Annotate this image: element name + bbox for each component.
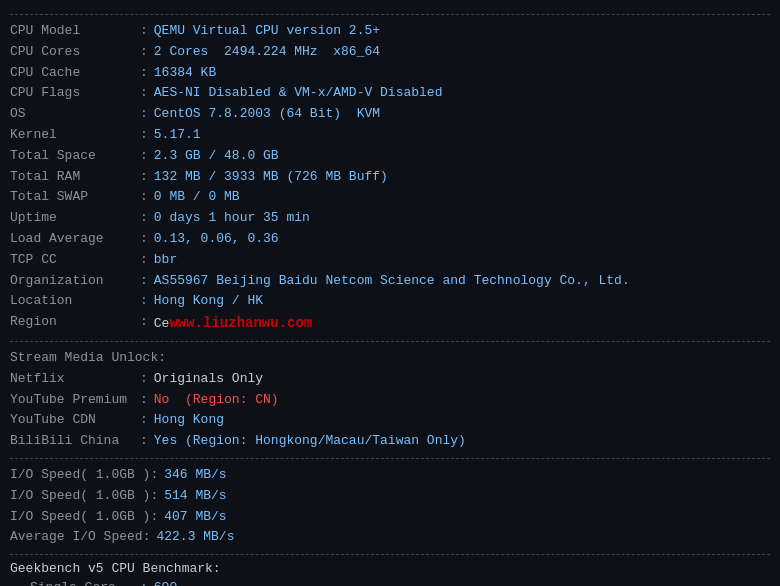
value-cpu-model: QEMU Virtual CPU version 2.5+ (154, 21, 380, 42)
table-row: BiliBili China : Yes (Region: Hongkong/M… (10, 431, 770, 452)
io-section: I/O Speed( 1.0GB ) : 346 MB/s I/O Speed(… (10, 465, 770, 548)
label-kernel: Kernel (10, 125, 140, 146)
table-row: Total RAM : 132 MB / 3933 MB (726 MB Buf… (10, 167, 770, 188)
table-row: TCP CC : bbr (10, 250, 770, 271)
label-io-2: I/O Speed( 1.0GB ) (10, 486, 150, 507)
label-organization: Organization (10, 271, 140, 292)
label-load-average: Load Average (10, 229, 140, 250)
table-row: I/O Speed( 1.0GB ) : 346 MB/s (10, 465, 770, 486)
table-row: Average I/O Speed : 422.3 MB/s (10, 527, 770, 548)
value-io-2: 514 MB/s (164, 486, 226, 507)
value-kernel: 5.17.1 (154, 125, 201, 146)
value-bilibili: Yes (Region: Hongkong/Macau/Taiwan Only) (154, 431, 466, 452)
table-row: YouTube CDN : Hong Kong (10, 410, 770, 431)
label-bilibili: BiliBili China (10, 431, 140, 452)
value-netflix: Originals Only (154, 369, 263, 390)
label-avg-io: Average I/O Speed (10, 527, 143, 548)
table-row: YouTube Premium : No (Region: CN) (10, 390, 770, 411)
table-row: Region : Cewww.liuzhanwu.com (10, 312, 770, 335)
label-total-space: Total Space (10, 146, 140, 167)
table-row: Total SWAP : 0 MB / 0 MB (10, 187, 770, 208)
table-row: Single Core : 600 (10, 578, 770, 586)
label-cpu-model: CPU Model (10, 21, 140, 42)
divider-2 (10, 341, 770, 342)
table-row: CPU Flags : AES-NI Disabled & VM-x/AMD-V… (10, 83, 770, 104)
table-row: Kernel : 5.17.1 (10, 125, 770, 146)
geekbench-header: Geekbench v5 CPU Benchmark: (10, 561, 770, 576)
label-region: Region (10, 312, 140, 335)
value-tcp-cc: bbr (154, 250, 177, 271)
table-row: CPU Cache : 16384 KB (10, 63, 770, 84)
value-avg-io: 422.3 MB/s (156, 527, 234, 548)
label-youtube-premium: YouTube Premium (10, 390, 140, 411)
value-region: Cewww.liuzhanwu.com (154, 312, 312, 335)
table-row: Netflix : Originals Only (10, 369, 770, 390)
label-total-ram: Total RAM (10, 167, 140, 188)
value-os: CentOS 7.8.2003 (64 Bit) KVM (154, 104, 380, 125)
table-row: CPU Cores : 2 Cores 2494.224 MHz x86_64 (10, 42, 770, 63)
label-total-swap: Total SWAP (10, 187, 140, 208)
label-youtube-cdn: YouTube CDN (10, 410, 140, 431)
table-row: I/O Speed( 1.0GB ) : 407 MB/s (10, 507, 770, 528)
table-row: OS : CentOS 7.8.2003 (64 Bit) KVM (10, 104, 770, 125)
table-row: Uptime : 0 days 1 hour 35 min (10, 208, 770, 229)
label-single-core: Single Core (10, 578, 140, 586)
value-uptime: 0 days 1 hour 35 min (154, 208, 310, 229)
label-io-3: I/O Speed( 1.0GB ) (10, 507, 150, 528)
top-divider (10, 14, 770, 15)
system-section: CPU Model : QEMU Virtual CPU version 2.5… (10, 14, 770, 586)
table-row: Total Space : 2.3 GB / 48.0 GB (10, 146, 770, 167)
table-row: Location : Hong Kong / HK (10, 291, 770, 312)
watermark: www.liuzhanwu.com (169, 315, 312, 331)
label-cpu-cache: CPU Cache (10, 63, 140, 84)
label-tcp-cc: TCP CC (10, 250, 140, 271)
value-organization: AS55967 Beijing Baidu Netcom Science and… (154, 271, 630, 292)
system-info: CPU Model : QEMU Virtual CPU version 2.5… (10, 21, 770, 335)
label-netflix: Netflix (10, 369, 140, 390)
value-io-1: 346 MB/s (164, 465, 226, 486)
label-io-1: I/O Speed( 1.0GB ) (10, 465, 150, 486)
table-row: Organization : AS55967 Beijing Baidu Net… (10, 271, 770, 292)
value-location: Hong Kong / HK (154, 291, 263, 312)
value-load-average: 0.13, 0.06, 0.36 (154, 229, 279, 250)
label-location: Location (10, 291, 140, 312)
label-os: OS (10, 104, 140, 125)
divider-4 (10, 554, 770, 555)
value-cpu-cores: 2 Cores 2494.224 MHz x86_64 (154, 42, 380, 63)
label-cpu-flags: CPU Flags (10, 83, 140, 104)
value-total-swap: 0 MB / 0 MB (154, 187, 240, 208)
value-cpu-cache: 16384 KB (154, 63, 216, 84)
value-io-3: 407 MB/s (164, 507, 226, 528)
stream-header-row: Stream Media Unlock : (10, 348, 770, 369)
stream-section: Stream Media Unlock : Netflix : Original… (10, 348, 770, 452)
value-single-core: 600 (154, 578, 177, 586)
value-total-ram: 132 MB / 3933 MB (726 MB Buff) (154, 167, 388, 188)
value-youtube-premium: No (Region: CN) (154, 390, 279, 411)
value-cpu-flags: AES-NI Disabled & VM-x/AMD-V Disabled (154, 83, 443, 104)
geekbench-section: Geekbench v5 CPU Benchmark: Single Core … (10, 561, 770, 586)
label-cpu-cores: CPU Cores (10, 42, 140, 63)
value-youtube-cdn: Hong Kong (154, 410, 224, 431)
table-row: I/O Speed( 1.0GB ) : 514 MB/s (10, 486, 770, 507)
label-uptime: Uptime (10, 208, 140, 229)
value-total-space: 2.3 GB / 48.0 GB (154, 146, 279, 167)
label-stream-media: Stream Media Unlock (10, 348, 158, 369)
table-row: Load Average : 0.13, 0.06, 0.36 (10, 229, 770, 250)
table-row: CPU Model : QEMU Virtual CPU version 2.5… (10, 21, 770, 42)
divider-3 (10, 458, 770, 459)
